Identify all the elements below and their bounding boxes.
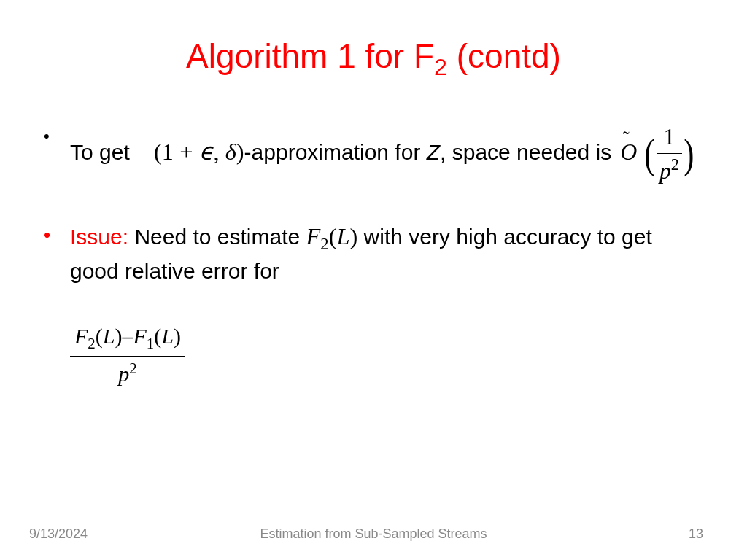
fraction-numerator: 1 <box>661 121 678 153</box>
title-pre: Algorithm 1 for F <box>186 37 434 75</box>
big-o-tilde: O ˜ ( 1 p2 ) <box>621 139 696 165</box>
relative-error-numerator: F2(L)–F1(L) <box>70 319 185 356</box>
bullet-1-text-3: , space needed is <box>440 140 611 164</box>
bullet-1-text-2: -approximation for <box>244 140 427 164</box>
slide: Algorithm 1 for F2 (contd) • To get (1 +… <box>0 0 747 560</box>
f2-of-l: F2(L) <box>306 223 358 249</box>
bullet-1: • To get (1 + ϵ, δ)-approximation for Z,… <box>44 121 703 187</box>
footer-title: Estimation from Sub-Sampled Streams <box>0 526 747 542</box>
bullet-dot-red: • <box>44 220 70 287</box>
bullet-2-text-1: Need to estimate <box>128 225 306 249</box>
slide-footer: 9/13/2024 Estimation from Sub-Sampled St… <box>0 526 747 542</box>
title-post: (contd) <box>447 37 561 75</box>
paren-group: ( 1 p2 ) <box>643 121 696 187</box>
relative-error-fraction: F2(L)–F1(L) p2 <box>70 319 185 391</box>
z-variable: Z <box>427 140 440 164</box>
left-paren: ( <box>645 133 655 175</box>
bullet-2-content: Issue: Need to estimate F2(L) with very … <box>70 220 703 287</box>
fraction-1-over-p2: 1 p2 <box>657 121 682 187</box>
bullet-2: • Issue: Need to estimate F2(L) with ver… <box>44 220 703 287</box>
bullet-dot: • <box>44 121 70 187</box>
slide-body: • To get (1 + ϵ, δ)-approximation for Z,… <box>44 121 703 391</box>
bullet-1-text-1: To get <box>70 140 130 164</box>
approx-math: (1 + ϵ, δ) <box>154 139 244 165</box>
title-subscript: 2 <box>434 54 447 80</box>
o-tilde-mark: ˜ <box>623 125 630 152</box>
issue-label: Issue: <box>70 225 128 249</box>
fraction-denominator: p2 <box>657 153 682 187</box>
relative-error-denominator: p2 <box>70 356 185 391</box>
right-paren: ) <box>684 133 694 175</box>
slide-title: Algorithm 1 for F2 (contd) <box>44 36 703 81</box>
o-tilde-symbol: O ˜ <box>621 136 638 168</box>
bullet-1-content: To get (1 + ϵ, δ)-approximation for Z, s… <box>70 121 703 187</box>
